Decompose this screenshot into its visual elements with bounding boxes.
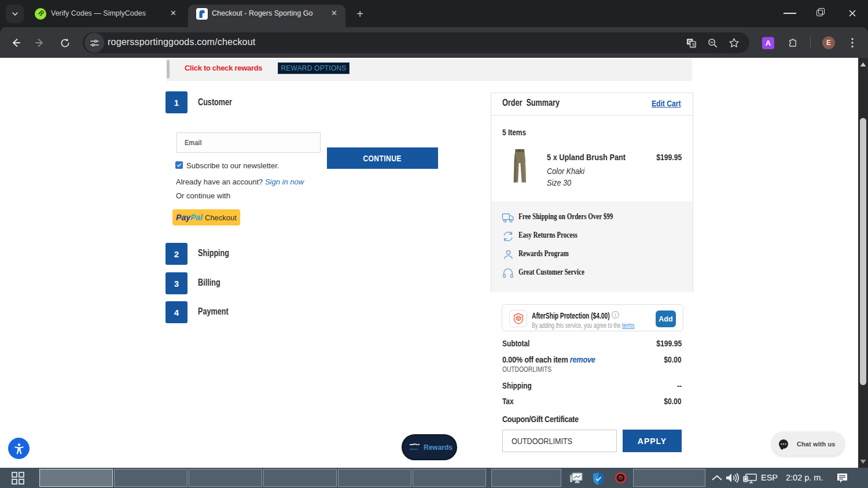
svg-text:文: 文 bbox=[691, 42, 696, 47]
